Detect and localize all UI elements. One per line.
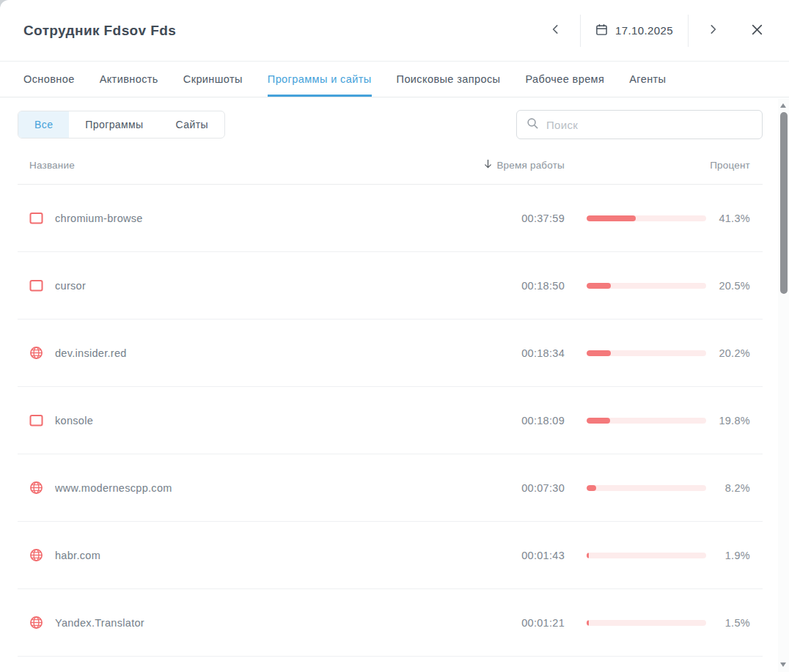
sort-desc-arrow-icon xyxy=(482,158,493,171)
tab-aktivnost[interactable]: Активность xyxy=(100,62,158,97)
filter-programs-button[interactable]: Программы xyxy=(69,111,159,138)
tabs-bar: Основное Активность Скриншоты Программы … xyxy=(0,62,789,97)
tab-poiskovye-zaprosy[interactable]: Поисковые запросы xyxy=(397,62,501,97)
row-name: chromium-browse xyxy=(55,213,143,224)
row-percent: 1.5% xyxy=(706,617,750,629)
scrollbar-thumb[interactable] xyxy=(780,112,788,294)
progress-track xyxy=(587,215,706,221)
program-icon xyxy=(29,211,43,225)
row-name: www.modernescpp.com xyxy=(55,482,172,494)
row-time: 00:18:34 xyxy=(477,347,565,359)
tab-osnovnoe[interactable]: Основное xyxy=(23,62,75,97)
row-time: 00:01:21 xyxy=(477,617,565,629)
row-percent: 20.2% xyxy=(706,347,750,359)
tab-rabochee-vremya[interactable]: Рабочее время xyxy=(525,62,604,97)
filter-sites-button[interactable]: Сайты xyxy=(160,111,224,138)
filter-all-button[interactable]: Все xyxy=(18,111,69,138)
column-header-name: Название xyxy=(29,160,477,171)
row-name: cursor xyxy=(55,280,86,292)
column-header-time: Время работы xyxy=(496,160,565,171)
progress-fill xyxy=(587,620,589,626)
progress-fill xyxy=(587,485,596,491)
type-filter: Все Программы Сайты xyxy=(18,111,225,139)
progress-fill xyxy=(587,553,589,558)
column-header-percent: Процент xyxy=(706,160,750,171)
search-icon xyxy=(526,117,539,133)
table-row: konsole 00:18:09 19.8% xyxy=(18,387,763,454)
row-percent: 41.3% xyxy=(706,213,750,224)
chevron-left-icon xyxy=(549,23,562,38)
row-time: 00:01:43 xyxy=(477,550,565,561)
table-row: www.modernescpp.com 00:07:30 8.2% xyxy=(18,454,763,522)
prev-date-button[interactable] xyxy=(546,20,565,41)
table-header: Название Время работы Процент xyxy=(18,158,763,185)
globe-icon xyxy=(29,481,43,495)
progress-track xyxy=(587,350,706,356)
divider xyxy=(580,15,581,47)
close-icon xyxy=(750,23,764,39)
date-navigation: 17.10.2025 xyxy=(546,15,767,47)
progress-track xyxy=(587,418,706,424)
search-box xyxy=(516,110,763,139)
close-button[interactable] xyxy=(747,20,767,42)
date-picker-button[interactable]: 17.10.2025 xyxy=(595,23,673,38)
table-row: habr.com 00:01:43 1.9% xyxy=(18,522,763,589)
selected-date: 17.10.2025 xyxy=(615,24,673,37)
row-percent: 20.5% xyxy=(706,280,750,292)
progress-fill xyxy=(587,350,611,356)
table-row: cursor 00:18:50 20.5% xyxy=(18,252,763,320)
table-body: chromium-browse 00:37:59 41.3% xyxy=(18,185,763,657)
row-time: 00:18:09 xyxy=(477,415,565,427)
scrollbar-up-arrow[interactable] xyxy=(780,103,786,108)
tab-programmy-i-sajty[interactable]: Программы и сайты xyxy=(268,62,372,97)
program-icon xyxy=(29,413,43,427)
divider xyxy=(688,15,689,47)
row-time: 00:37:59 xyxy=(477,213,565,224)
program-icon xyxy=(29,278,43,292)
row-name: Yandex.Translator xyxy=(55,617,144,629)
row-name: dev.insider.red xyxy=(55,347,127,359)
row-percent: 1.9% xyxy=(706,550,750,561)
globe-icon xyxy=(29,548,43,562)
search-input[interactable] xyxy=(546,119,752,131)
row-percent: 8.2% xyxy=(706,482,750,494)
progress-fill xyxy=(587,215,636,221)
row-percent: 19.8% xyxy=(706,415,750,427)
progress-track xyxy=(587,620,706,626)
table-row: Yandex.Translator 00:01:21 1.5% xyxy=(18,589,763,657)
next-date-button[interactable] xyxy=(703,20,722,41)
calendar-icon xyxy=(595,23,608,38)
globe-icon xyxy=(29,616,43,629)
page-title: Сотрудник Fdsov Fds xyxy=(23,23,176,39)
progress-fill xyxy=(587,418,610,424)
tab-skrinshoty[interactable]: Скриншоты xyxy=(183,62,243,97)
progress-track xyxy=(587,485,706,491)
row-name: konsole xyxy=(55,415,93,427)
scrollbar-down-arrow[interactable] xyxy=(780,662,786,667)
dialog-header: Сотрудник Fdsov Fds 17.10.2025 xyxy=(0,0,789,62)
employee-dialog: Сотрудник Fdsov Fds 17.10.2025 xyxy=(0,0,789,672)
progress-track xyxy=(587,553,706,558)
content: Все Программы Сайты Название xyxy=(0,110,789,657)
table-row: chromium-browse 00:37:59 41.3% xyxy=(18,185,763,252)
row-time: 00:07:30 xyxy=(477,482,565,494)
scrollbar xyxy=(778,98,789,672)
row-name: habr.com xyxy=(55,550,100,561)
progress-track xyxy=(587,283,706,289)
tab-agenty[interactable]: Агенты xyxy=(629,62,666,97)
progress-fill xyxy=(587,283,611,289)
chevron-right-icon xyxy=(706,23,719,38)
table-row: dev.insider.red 00:18:34 20.2% xyxy=(18,320,763,387)
row-time: 00:18:50 xyxy=(477,280,565,292)
toolbar: Все Программы Сайты xyxy=(18,110,763,139)
globe-icon xyxy=(29,346,43,360)
column-header-time-sort[interactable]: Время работы xyxy=(477,158,565,171)
